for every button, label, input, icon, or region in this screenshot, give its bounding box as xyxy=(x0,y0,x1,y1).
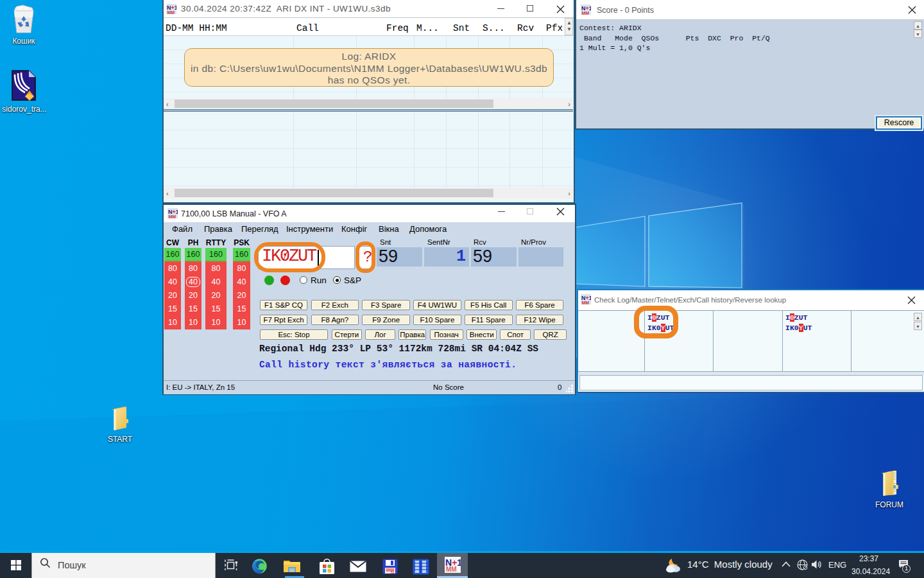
svg-text:MM: MM xyxy=(167,10,175,15)
svg-text:MM: MM xyxy=(582,11,590,15)
svg-text:51: 51 xyxy=(391,570,395,574)
svg-text:MM: MM xyxy=(582,301,590,305)
svg-text:MM: MM xyxy=(169,215,176,219)
svg-text:MM: MM xyxy=(446,566,457,573)
